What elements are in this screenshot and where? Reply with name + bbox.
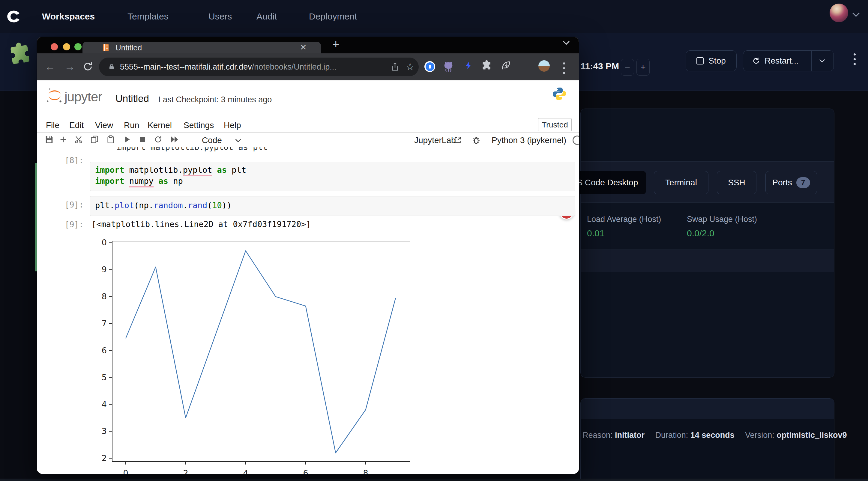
menu-file[interactable]: File [46,121,59,130]
decrease-button[interactable]: − [621,59,634,75]
ext-bolt-icon[interactable] [464,59,473,71]
svg-text:0.9: 0.9 [102,265,107,274]
star-bookmark-icon[interactable]: ☆ [405,61,414,72]
browser-profile-avatar[interactable] [538,60,550,72]
reload-icon[interactable] [83,61,93,72]
python-logo-icon [552,86,566,101]
fast-forward-icon[interactable] [170,135,179,144]
restart-button[interactable]: Restart... [743,51,834,71]
svg-text:0.5: 0.5 [102,373,107,382]
traffic-light-zoom-icon[interactable] [74,43,82,51]
terminal-button[interactable]: Terminal [654,171,708,194]
new-tab-icon[interactable]: + [332,37,339,51]
svg-text:2: 2 [183,469,188,474]
nav-item-workspaces[interactable]: Workspaces [42,11,95,22]
chevron-down-icon[interactable] [852,12,860,18]
ports-button[interactable]: Ports 7 [766,171,817,194]
url-bar[interactable]: 5555--main--test--matifali.atif.cdr.dev/… [99,58,419,76]
screen: Workspaces Templates Users Audit Deploym… [0,0,868,481]
stat-load-average: Load Average (Host) 0.01 [587,215,661,238]
ext-puzzle-icon[interactable] [482,60,492,71]
notebook-title[interactable]: Untitled [116,93,149,104]
paste-icon[interactable] [106,135,115,144]
resources-card [580,108,834,378]
code-line[interactable]: import numpy as np [95,176,183,186]
external-link-icon[interactable] [454,136,462,144]
stop-icon[interactable] [139,135,146,144]
kernel-status-icon [572,135,579,145]
svg-text:0.4: 0.4 [102,400,107,409]
jupyter-header: jupyter Untitled Last Checkpoint: 3 minu… [37,81,579,116]
ext-1password-icon[interactable] [425,61,435,72]
forward-icon[interactable]: → [64,61,75,73]
output-text: [<matplotlib.lines.Line2D at 0x7fd03f191… [91,220,311,229]
code-line[interactable]: import matplotlib.pyplot as plt [95,165,246,174]
svg-text:0.2: 0.2 [102,453,107,463]
tab-search-chevron-icon[interactable] [562,40,570,45]
svg-text:6: 6 [303,469,308,474]
matplotlib-line-chart: 0.20.30.40.50.60.70.80.91.002468 [102,237,417,474]
traffic-light-close-icon[interactable] [51,43,58,51]
browser-toolbar: ← → 5555--main--test--matifali.atif.cdr.… [37,53,579,81]
browser-window: Untitled ✕ + ← → 5555--main--test--matif… [37,37,579,474]
chevron-down-icon [819,59,826,63]
restart-options-button[interactable] [811,51,833,71]
copy-icon[interactable] [90,135,99,144]
back-icon[interactable]: ← [45,61,56,73]
restart-kernel-icon[interactable] [154,135,162,144]
menu-help[interactable]: Help [224,121,241,130]
svg-text:0.8: 0.8 [102,292,107,301]
agent-status-bar [35,163,37,271]
svg-text:8: 8 [363,469,368,474]
lock-icon [108,63,115,71]
cell-type-select[interactable]: Code [202,135,222,145]
ports-count-badge: 7 [796,177,810,188]
nav-item-audit[interactable]: Audit [256,11,277,22]
tab-title: Untitled [116,43,142,53]
stop-button[interactable]: Stop [686,51,737,71]
jupyter-brand[interactable]: jupyter [64,89,102,104]
ssh-button[interactable]: SSH [717,171,756,194]
share-icon[interactable] [391,62,400,72]
cell-prompt: [9]: [65,200,84,209]
checkpoint-status: Last Checkpoint: 3 minutes ago [158,95,272,104]
ext-monkey-leaf-icon[interactable] [501,60,512,71]
cell-prompt: [8]: [65,156,84,165]
svg-text:0.7: 0.7 [102,319,107,328]
user-avatar[interactable] [830,4,848,22]
menu-edit[interactable]: Edit [69,121,84,130]
ext-github-icon[interactable] [442,60,455,73]
browser-menu-icon[interactable] [563,62,565,74]
puzzle-app-icon [7,40,34,67]
stat-swap-usage: Swap Usage (Host) 0.0/2.0 [687,215,757,238]
menu-settings[interactable]: Settings [184,121,214,130]
browser-tab[interactable]: Untitled ✕ [83,42,321,53]
nav-item-deployment[interactable]: Deployment [309,11,357,22]
cut-icon[interactable] [74,135,83,144]
add-cell-icon[interactable] [59,135,67,144]
trusted-button[interactable]: Trusted [538,118,572,131]
menu-view[interactable]: View [95,121,113,130]
kernel-name[interactable]: Python 3 (ipykernel) [492,135,566,145]
debugger-bug-icon[interactable] [472,135,481,145]
workspace-menu-button[interactable] [854,53,856,65]
jupyterlab-link[interactable]: JupyterLab [414,135,456,145]
jupyter-menubar: File Edit View Run Kernel Settings Help … [37,116,579,132]
increase-button[interactable]: + [637,59,650,75]
menu-kernel[interactable]: Kernel [148,121,172,130]
run-icon[interactable] [123,135,131,144]
svg-text:0: 0 [123,469,128,474]
output-prompt: [9]: [65,220,84,229]
menu-run[interactable]: Run [124,121,139,130]
tab-close-icon[interactable]: ✕ [300,42,307,52]
dropdown-chevron-icon[interactable] [235,138,242,143]
scrolled-cell-fragment: import matplotlib.pyplot as plt [116,147,344,152]
save-icon[interactable] [45,135,54,144]
svg-text:0.6: 0.6 [102,346,107,355]
nav-item-templates[interactable]: Templates [127,11,168,22]
code-line[interactable]: plt.plot(np.random.rand(10)) [95,201,231,210]
nav-item-users[interactable]: Users [209,11,232,22]
svg-text:0.3: 0.3 [102,426,107,436]
traffic-light-minimize-icon[interactable] [63,43,70,51]
browser-tab-strip: Untitled ✕ + [37,37,579,53]
